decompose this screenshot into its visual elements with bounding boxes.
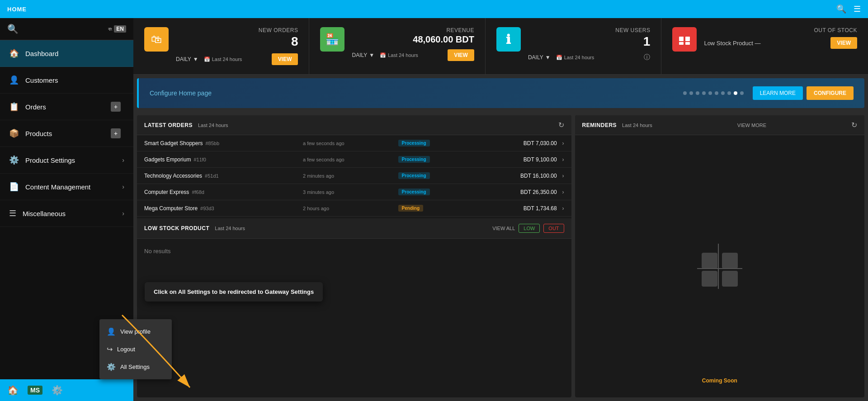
order-time: 3 minutes ago [303,189,398,195]
view-all-button[interactable]: VIEW ALL [492,224,515,233]
sidebar-search-button[interactable]: 🔍 [7,24,19,34]
context-menu-all-settings[interactable]: ⚙️ All Settings [99,358,172,376]
out-of-stock-view-button[interactable]: VIEW [830,37,857,49]
orders-refresh-icon[interactable]: ↻ [558,121,564,129]
sidebar-item-customers[interactable]: 👤 Customers [0,67,133,94]
low-filter-button[interactable]: LOW [519,224,540,233]
lower-content: LATEST ORDERS Last 24 hours ↻ Smart Gadg… [133,112,868,401]
chevron-right-icon[interactable]: › [562,140,564,146]
lang-en[interactable]: EN [114,25,126,33]
dot-9[interactable] [734,91,737,95]
menu-icon[interactable]: ☰ [854,4,861,14]
chevron-right-icon[interactable]: › [562,205,564,212]
order-time: a few seconds ago [303,157,398,162]
out-of-stock-icon-box [672,27,697,52]
table-row[interactable]: Technology Accessories#51d1 2 minutes ag… [137,168,571,184]
new-orders-label: NEW ORDERS [259,27,298,33]
sidebar-item-label: Content Management [25,183,122,191]
table-row[interactable]: Smart Gadget Shoppers#85bb a few seconds… [137,135,571,151]
dot-2[interactable] [689,91,693,95]
order-time: 2 minutes ago [303,173,398,179]
dot-8[interactable] [727,91,731,95]
sidebar-item-label: Dashboard [25,50,124,57]
add-product-button[interactable]: + [111,128,121,138]
main-layout: 🔍 বাং EN 🏠 Dashboard 👤 Customers 📋 Order… [0,18,868,401]
new-users-label: NEW USERS [615,27,650,33]
new-users-period[interactable]: DAILY ▼ [528,54,551,61]
context-menu-logout[interactable]: ↪ Logout [99,340,172,358]
content-icon: 📄 [9,182,19,192]
sidebar-item-products[interactable]: 📦 Products + [0,120,133,147]
dot-6[interactable] [715,91,718,95]
revenue-footer: DAILY ▼ 📅 Last 24 hours VIEW [352,49,474,61]
gear-bottom-icon[interactable]: ⚙️ [52,385,63,396]
reminders-section: REMINDERS Last 24 hours VIEW MORE ↻ [575,115,864,397]
add-order-button[interactable]: + [111,102,121,112]
order-status: Pending [398,205,478,212]
table-row[interactable]: Gadgets Emporium#11f0 a few seconds ago … [137,151,571,168]
svg-rect-3 [685,42,690,45]
sidebar-header: 🔍 বাং EN [0,18,133,40]
lang-switcher[interactable]: বাং EN [108,25,126,33]
dot-7[interactable] [721,91,725,95]
sidebar-item-content-management[interactable]: 📄 Content Management › [0,174,133,200]
sidebar-item-miscellaneous[interactable]: ☰ Miscellaneous › [0,200,133,227]
page-title: HOME [7,6,27,13]
products-icon: 📦 [9,128,19,138]
new-orders-period[interactable]: DAILY ▼ [176,56,198,62]
dot-4[interactable] [702,91,706,95]
sidebar-item-label: Products [25,130,111,137]
reminders-refresh-icon[interactable]: ↻ [851,121,857,129]
top-bar: HOME 🔍 ☰ [0,0,868,18]
learn-more-button[interactable]: LEARN MORE [753,86,803,100]
context-menu-item-label: Logout [117,346,135,353]
logout-icon: ↪ [107,345,113,354]
sidebar-item-orders[interactable]: 📋 Orders + [0,94,133,120]
chevron-right-icon[interactable]: › [562,173,564,179]
revenue-date: 📅 Last 24 hours [380,52,442,58]
home-bottom-icon[interactable]: 🏠 [7,385,19,396]
revenue-period[interactable]: DAILY ▼ [352,52,374,58]
product-settings-icon: ⚙️ [9,155,19,165]
customers-icon: 👤 [9,75,19,85]
table-row[interactable]: Mega Computer Store#93d3 2 hours ago Pen… [137,200,571,217]
order-amount: BDT 7,030.00 [477,140,557,146]
configure-button[interactable]: CONFIGURE [807,86,854,100]
context-menu: 👤 View profile ↪ Logout ⚙️ All Settings [99,319,172,379]
reminders-header: REMINDERS Last 24 hours VIEW MORE ↻ [575,115,864,135]
tooltip-popup: Click on All Settings to be redirected t… [145,282,323,302]
chevron-right-icon[interactable]: › [562,156,564,163]
sidebar-item-product-settings[interactable]: ⚙️ Product Settings › [0,147,133,174]
svg-rect-6 [702,271,717,287]
new-users-footer: DAILY ▼ 📅 Last 24 hours ⓘ [528,53,650,61]
sidebar-item-dashboard[interactable]: 🏠 Dashboard [0,40,133,67]
settings-icon: ⚙️ [107,363,116,371]
order-status: Processing [398,140,478,146]
svg-rect-5 [722,253,738,269]
dot-3[interactable] [696,91,699,95]
chevron-right-icon: › [122,156,124,164]
dot-5[interactable] [708,91,712,95]
order-name: Computer Express#f68d [144,189,303,195]
tooltip-text: Click on All Settings to be redirected t… [154,288,314,295]
revenue-view-button[interactable]: VIEW [448,49,474,61]
view-more-button[interactable]: VIEW MORE [737,123,766,128]
stat-card-new-users: ℹ NEW USERS 1 DAILY ▼ 📅 Last 24 hours [486,18,661,74]
new-orders-icon-box: 🛍 [144,27,169,52]
order-time: a few seconds ago [303,141,398,146]
svg-rect-1 [685,37,690,41]
search-icon[interactable]: 🔍 [836,4,846,14]
context-menu-view-profile[interactable]: 👤 View profile [99,323,172,340]
order-amount: BDT 16,100.00 [477,173,557,179]
dot-1[interactable] [683,91,687,95]
chevron-right-icon[interactable]: › [562,189,564,195]
dot-10[interactable] [740,91,744,95]
out-filter-button[interactable]: OUT [543,224,564,233]
low-stock-subtitle: Last 24 hours [215,226,245,231]
ms-icon[interactable]: MS [28,386,42,395]
new-orders-view-button[interactable]: VIEW [272,53,298,65]
stat-card-out-of-stock: OUT OF STOCK Low Stock Product — VIEW [661,18,868,74]
sidebar: 🔍 বাং EN 🏠 Dashboard 👤 Customers 📋 Order… [0,18,133,401]
lang-bn[interactable]: বাং [108,26,112,32]
table-row[interactable]: Computer Express#f68d 3 minutes ago Proc… [137,184,571,200]
